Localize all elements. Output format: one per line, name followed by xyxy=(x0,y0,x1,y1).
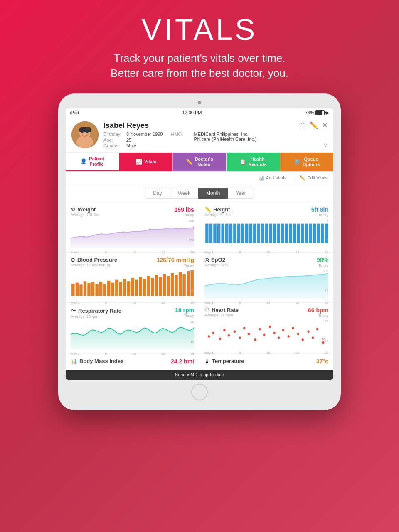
svg-rect-57 xyxy=(127,281,130,296)
svg-rect-68 xyxy=(171,273,174,296)
svg-point-7 xyxy=(101,233,102,235)
svg-rect-14 xyxy=(213,224,216,243)
ipad-home-button[interactable] xyxy=(191,384,208,400)
respiratory-chart: 20 10 May 1 8 xyxy=(71,320,194,349)
height-chart: 6 5 xyxy=(204,219,328,248)
svg-point-81 xyxy=(243,327,245,329)
add-vitals-button[interactable]: 📊 Add Vitals xyxy=(259,175,286,181)
svg-point-91 xyxy=(292,327,294,329)
close-button[interactable]: ✕ xyxy=(322,121,328,129)
svg-rect-54 xyxy=(115,280,118,296)
svg-rect-37 xyxy=(305,224,308,243)
svg-rect-71 xyxy=(182,274,185,296)
chevron-down-icon[interactable]: ∨ xyxy=(323,142,328,148)
svg-rect-38 xyxy=(309,224,312,243)
status-bar: iPad 12:00 PM 76% ▶ xyxy=(66,108,333,117)
svg-point-82 xyxy=(248,333,250,335)
tab-queue-options[interactable]: ⚙️ QueueOptions xyxy=(280,153,333,171)
svg-point-86 xyxy=(269,326,271,328)
svg-rect-53 xyxy=(111,283,114,296)
svg-point-92 xyxy=(297,333,299,335)
battery-bar xyxy=(315,110,325,115)
svg-rect-18 xyxy=(229,224,232,243)
svg-rect-45 xyxy=(79,284,82,296)
svg-rect-33 xyxy=(289,224,292,243)
svg-rect-23 xyxy=(249,224,252,243)
svg-point-9 xyxy=(149,228,151,230)
height-icon: 📏 xyxy=(204,206,211,213)
svg-point-77 xyxy=(223,329,225,331)
svg-rect-31 xyxy=(281,224,284,243)
respiratory-icon: 〜 xyxy=(71,307,76,314)
period-day[interactable]: Day xyxy=(145,188,170,199)
svg-rect-30 xyxy=(277,224,280,243)
svg-rect-27 xyxy=(265,224,268,243)
vitals-grid: ⚖ Weight Average: 161 lbs 159 lbs Today … xyxy=(66,202,333,370)
svg-point-88 xyxy=(278,337,280,339)
nav-tabs: 👤 PatientProfile 📈 Vitals ✏️ Doctor'sNot… xyxy=(66,153,333,172)
period-month[interactable]: Month xyxy=(198,188,228,199)
vitals-toolbar: 📊 Add Vitals | ✏️ Edit Vitals xyxy=(66,172,333,184)
patient-header: Isabel Reyes Birthday: 8 November 1990 A… xyxy=(66,117,333,153)
svg-point-78 xyxy=(228,334,230,337)
vital-card-spo2: ◎ SpO2 Average: 94% 98% Today 100 70 xyxy=(200,253,333,303)
avatar-image xyxy=(71,121,99,148)
edit-vitals-button[interactable]: ✏️ Edit Vitals xyxy=(300,175,328,181)
svg-point-75 xyxy=(212,332,214,334)
bmi-icon: 📊 xyxy=(71,358,77,364)
svg-rect-35 xyxy=(297,224,300,243)
ipad-frame: iPad 12:00 PM 76% ▶ xyxy=(58,93,341,410)
time-label: 12:00 PM xyxy=(182,110,202,115)
temperature-icon: 🌡 xyxy=(204,358,210,364)
svg-point-80 xyxy=(239,337,241,339)
tab-vitals[interactable]: 📈 Vitals xyxy=(119,153,173,171)
weight-chart: 165 150 xyxy=(71,219,194,248)
period-selector: Day Week Month Year xyxy=(66,184,333,202)
edit-button[interactable]: ✏️ xyxy=(310,121,318,129)
heart-rate-chart: 75 66 xyxy=(204,319,328,348)
svg-rect-32 xyxy=(285,224,288,243)
heart-rate-icon: ♡ xyxy=(204,307,209,313)
svg-rect-69 xyxy=(175,275,177,296)
period-year[interactable]: Year xyxy=(228,188,254,199)
svg-rect-49 xyxy=(95,284,98,296)
patient-name: Isabel Reyes xyxy=(103,121,328,130)
blood-pressure-icon: ⊕ xyxy=(71,257,75,263)
svg-point-6 xyxy=(83,236,85,238)
svg-rect-39 xyxy=(313,224,316,243)
svg-point-97 xyxy=(322,341,324,344)
svg-rect-36 xyxy=(301,224,304,243)
svg-rect-72 xyxy=(187,271,190,296)
svg-point-87 xyxy=(273,332,275,334)
svg-rect-50 xyxy=(99,282,102,296)
print-button[interactable]: 🖨 xyxy=(299,121,305,129)
svg-rect-16 xyxy=(221,224,224,243)
svg-rect-47 xyxy=(87,283,90,296)
spo2-chart: 100 70 May 1 8 xyxy=(204,269,328,298)
period-week[interactable]: Week xyxy=(170,188,198,199)
svg-point-96 xyxy=(316,328,318,331)
svg-point-93 xyxy=(302,338,304,341)
svg-rect-19 xyxy=(233,224,236,243)
svg-rect-21 xyxy=(241,224,244,243)
svg-rect-12 xyxy=(205,224,208,243)
svg-rect-22 xyxy=(245,224,248,243)
svg-rect-15 xyxy=(217,224,220,243)
hero-subtitle: Track your patient's vitals over time. B… xyxy=(111,51,288,81)
svg-rect-56 xyxy=(123,279,126,296)
vital-card-blood-pressure: ⊕ Blood Pressure Average: 120/80 mmHg 12… xyxy=(66,253,200,303)
svg-rect-34 xyxy=(293,224,296,243)
device-label: iPad xyxy=(70,110,79,115)
svg-rect-59 xyxy=(135,280,138,296)
vital-card-respiratory: 〜 Respiratory Rate Average: 16 rpm 18 rp… xyxy=(66,303,200,354)
vital-card-weight: ⚖ Weight Average: 161 lbs 159 lbs Today … xyxy=(66,202,200,253)
vital-card-temperature: 🌡 Temperature 37°c xyxy=(200,354,333,370)
vital-card-height: 📏 Height Average: 5ft 8in 5ft 8in Today … xyxy=(200,202,333,253)
tab-doctors-notes[interactable]: ✏️ Doctor'sNotes xyxy=(173,153,227,171)
svg-rect-41 xyxy=(321,224,324,243)
svg-point-76 xyxy=(219,338,221,340)
tab-health-records[interactable]: 📋 HealthRecords xyxy=(227,153,280,171)
ipad-camera xyxy=(198,101,201,104)
tab-patient-profile[interactable]: 👤 PatientProfile xyxy=(66,153,119,171)
patient-details: Birthday: 8 November 1990 Age: 25 Gender… xyxy=(103,132,328,148)
